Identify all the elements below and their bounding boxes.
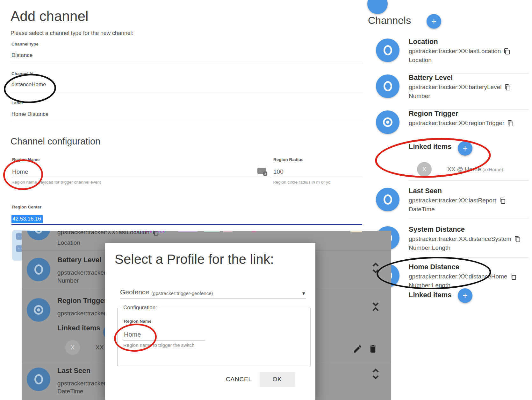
glitch-artifact	[252, 231, 256, 232]
gps-tracker-thing-page: Add channel Please select a channel type…	[0, 0, 532, 400]
region-radius-input[interactable]: 100	[273, 168, 284, 175]
copy-icon[interactable]	[511, 274, 516, 280]
region-radius-helper: Region circle radius in m or yd	[273, 180, 331, 185]
channel-uid: gpstracker:tracker:XX:distanceHome	[409, 273, 516, 280]
copy-icon[interactable]	[505, 84, 510, 90]
focused-underline	[11, 224, 362, 225]
channel-type-select[interactable]: Distance	[11, 52, 32, 59]
divider	[273, 177, 362, 177]
linked-item-avatar-dimmed: X	[65, 340, 80, 355]
region-center-input[interactable]: 42.53,16.16	[11, 215, 43, 223]
linked-item-label: XX @ Home	[447, 166, 481, 172]
channels-panel-title: Channels	[368, 15, 411, 26]
channel-type: DateTime	[409, 206, 435, 213]
copy-icon[interactable]	[515, 236, 520, 242]
chevron-down-icon: ▼	[301, 291, 306, 296]
dialog-title: Select a Profile for the link:	[115, 252, 274, 267]
region-name-input[interactable]: Home	[12, 168, 28, 175]
edit-pencil-icon	[354, 345, 361, 353]
modal-region-name-input[interactable]: Home	[124, 331, 141, 338]
add-linked-item-button[interactable]: +	[458, 141, 472, 156]
channel-uid: gpstracker:tracker:XX:lastReport	[409, 197, 505, 204]
channel-icon-dimmed	[27, 231, 50, 240]
divider	[409, 219, 529, 219]
page-title: Add channel	[11, 8, 89, 24]
label-field-input[interactable]: Home Distance	[11, 111, 48, 117]
glitch-artifact	[350, 231, 362, 232]
copy-icon	[153, 231, 158, 235]
channel-title[interactable]: System Distance	[409, 225, 465, 234]
channel-type: Number	[409, 93, 430, 100]
channel-uid-text: gpstracker:tracker:XX:batteryLevel	[409, 84, 501, 91]
page-subtitle: Please select a channel type for the new…	[11, 30, 133, 37]
channel-type-dimmed: DateTime	[57, 388, 83, 395]
annotation-ellipse-black	[3, 73, 56, 104]
scroll-top-fab[interactable]	[367, 0, 388, 14]
channel-uid-text: gpstracker:tracker:XX:lastLocation	[57, 231, 149, 236]
channel-type-dimmed: Location	[57, 239, 80, 246]
channel-title[interactable]: Battery Level	[409, 74, 453, 82]
keyboard-badge: 3	[263, 172, 267, 176]
divider	[11, 63, 362, 63]
add-linked-item-button[interactable]: +	[458, 288, 472, 303]
divider	[11, 177, 272, 177]
annotation-ellipse-red	[374, 135, 492, 181]
modal-region-name-label: Region Name	[124, 319, 151, 324]
label-field-label: Label	[11, 101, 23, 105]
region-name-label: Region Name	[12, 157, 40, 162]
modal-region-name-helper: Region name to trigger the switch	[123, 342, 194, 348]
channel-title-dimmed: Region Trigger	[57, 297, 107, 305]
channel-uid-text: gpstracker:tracker:XX:distanceHome	[409, 273, 507, 280]
channel-type-label: Channel type	[11, 42, 39, 46]
profile-selected-id: (gpstracker:trigger-geofence)	[151, 291, 213, 296]
linked-item[interactable]: XX @ Home (xxHome)	[447, 166, 503, 173]
channel-type: Location	[409, 57, 432, 64]
channel-uid: gpstracker:tracker:XX:lastLocation	[409, 48, 510, 55]
unfold-more-icon	[371, 263, 380, 273]
region-radius-label: Region Radius	[273, 157, 304, 162]
linked-items-header: Linked items	[409, 291, 451, 299]
channel-uid: gpstracker:tracker:XX:batteryLevel	[409, 84, 510, 91]
profile-select[interactable]: Geofence (gpstracker:trigger-geofence) ▼	[120, 282, 306, 299]
channel-uid-text: gpstracker:tracker:XX:lastReport	[409, 197, 496, 204]
ok-button[interactable]: OK	[260, 372, 295, 387]
channel-title[interactable]: Home Distance	[409, 263, 459, 271]
channel-uid: gpstracker:tracker:XX:distanceSystem	[409, 235, 520, 242]
add-channel-button[interactable]: +	[427, 14, 441, 29]
cancel-button[interactable]: CANCEL	[223, 372, 255, 387]
copy-icon[interactable]	[508, 120, 513, 126]
channel-title[interactable]: Region Trigger	[409, 109, 458, 118]
profile-selected-value: Geofence	[120, 288, 149, 296]
divider	[123, 340, 205, 341]
linked-item-sublabel: (xxHome)	[482, 167, 503, 172]
channel-id-label: Channel Id	[11, 71, 33, 76]
channel-icon	[376, 188, 399, 211]
unfold-more-icon	[371, 368, 380, 379]
channel-title[interactable]: Last Seen	[409, 187, 442, 195]
channel-type: Number:Length	[409, 282, 450, 289]
channel-uid-text: gpstracker:tracker:XX:regionTrigger	[409, 120, 504, 127]
copy-icon[interactable]	[504, 48, 510, 54]
channel-title-dimmed: Battery Level	[57, 256, 101, 264]
linked-items-header-dimmed: Linked items	[57, 324, 100, 332]
linked-items-header: Linked items	[409, 143, 451, 151]
keyboard-extension-icon[interactable]: ... 3	[257, 168, 266, 174]
channel-uid-text: gpstracker:tracker:XX:lastLocation	[409, 48, 501, 55]
channel-uid-dimmed: gpstracker:tracker:XX:lastLocation	[57, 231, 158, 236]
delete-trash-icon	[370, 345, 376, 353]
glitch-artifact	[178, 231, 198, 232]
channel-title[interactable]: Location	[409, 38, 438, 46]
channel-type-dimmed: Number	[57, 277, 79, 284]
copy-icon[interactable]	[500, 198, 505, 204]
keyboard-dots: ...	[259, 169, 262, 171]
glitch-artifact	[223, 231, 233, 232]
channel-uid-text: gpstracker:tracker:XX:distanceSystem	[409, 235, 511, 242]
channel-icon-dimmed	[27, 368, 50, 391]
channel-title-dimmed: Last Seen	[57, 367, 90, 375]
profile-dialog: Select a Profile for the link: Geofence …	[105, 243, 315, 400]
channel-uid: gpstracker:tracker:XX:regionTrigger	[409, 120, 513, 127]
channel-id-input[interactable]: distanceHome	[11, 81, 46, 88]
channel-icon	[376, 74, 399, 98]
channel-icon-trigger	[376, 110, 399, 134]
linked-item-avatar: X	[417, 162, 432, 177]
